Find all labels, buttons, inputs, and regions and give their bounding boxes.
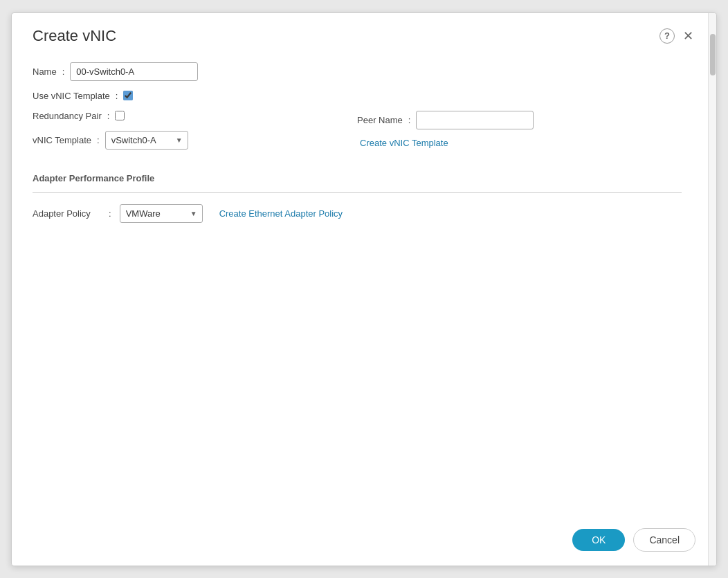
close-button[interactable]: ✕ bbox=[680, 28, 695, 44]
form-content: Name : Use vNIC Template : Redundancy Pa… bbox=[33, 62, 695, 223]
adapter-section-title: Adapter Performance Profile bbox=[33, 173, 154, 183]
create-ethernet-adapter-policy-link[interactable]: Create Ethernet Adapter Policy bbox=[219, 208, 343, 219]
help-button[interactable]: ? bbox=[659, 28, 675, 44]
adapter-section-header: Adapter Performance Profile bbox=[33, 172, 682, 188]
redundancy-pair-label: Redundancy Pair bbox=[33, 111, 102, 121]
dialog-header: Create vNIC ? ✕ bbox=[33, 27, 695, 45]
redundancy-pair-row: Redundancy Pair : bbox=[33, 111, 357, 121]
vnic-template-row: vNIC Template : vSwitch0-A ▼ bbox=[33, 131, 357, 150]
use-vnic-template-label: Use vNIC Template bbox=[33, 91, 110, 101]
peer-name-input[interactable] bbox=[416, 111, 534, 129]
two-col-row: Redundancy Pair : vNIC Template : vSwitc… bbox=[33, 111, 682, 159]
name-colon: : bbox=[62, 66, 65, 77]
name-label: Name bbox=[33, 66, 57, 77]
adapter-section-divider bbox=[33, 192, 682, 193]
adapter-policy-label: Adapter Policy bbox=[33, 208, 109, 219]
adapter-policy-select[interactable]: VMWare bbox=[120, 204, 203, 223]
adapter-policy-colon: : bbox=[109, 208, 111, 219]
scrollbar[interactable] bbox=[708, 13, 716, 566]
vnic-template-select-wrapper: vSwitch0-A ▼ bbox=[105, 131, 188, 150]
use-vnic-template-checkbox[interactable] bbox=[123, 91, 133, 100]
header-actions: ? ✕ bbox=[659, 28, 695, 44]
name-row: Name : bbox=[33, 62, 682, 81]
cancel-button[interactable]: Cancel bbox=[633, 528, 695, 552]
vnic-template-colon: : bbox=[97, 135, 100, 145]
create-vnic-template-link-row: Create vNIC Template bbox=[357, 136, 682, 149]
right-column: Peer Name : Create vNIC Template bbox=[357, 111, 682, 149]
create-vnic-dialog: Create vNIC ? ✕ Name : Use vNIC Template… bbox=[11, 12, 717, 566]
ok-button[interactable]: OK bbox=[572, 529, 625, 551]
name-input[interactable] bbox=[70, 62, 198, 81]
scrollbar-thumb bbox=[710, 34, 716, 75]
peer-name-label: Peer Name bbox=[357, 115, 403, 125]
vnic-template-select[interactable]: vSwitch0-A bbox=[105, 131, 188, 150]
dialog-footer: OK Cancel bbox=[572, 528, 695, 552]
redundancy-pair-checkbox[interactable] bbox=[115, 111, 125, 120]
dialog-title: Create vNIC bbox=[33, 27, 116, 45]
peer-name-colon: : bbox=[408, 115, 411, 125]
use-vnic-colon: : bbox=[116, 91, 118, 101]
vnic-template-label: vNIC Template bbox=[33, 135, 91, 145]
peer-name-row: Peer Name : bbox=[357, 111, 682, 129]
redundancy-colon: : bbox=[107, 111, 110, 121]
adapter-policy-select-wrapper: VMWare ▼ bbox=[120, 204, 203, 223]
adapter-policy-row: Adapter Policy : VMWare ▼ Create Etherne… bbox=[33, 204, 682, 223]
left-column: Redundancy Pair : vNIC Template : vSwitc… bbox=[33, 111, 357, 159]
create-vnic-template-link[interactable]: Create vNIC Template bbox=[360, 138, 448, 148]
use-vnic-template-row: Use vNIC Template : bbox=[33, 91, 682, 101]
